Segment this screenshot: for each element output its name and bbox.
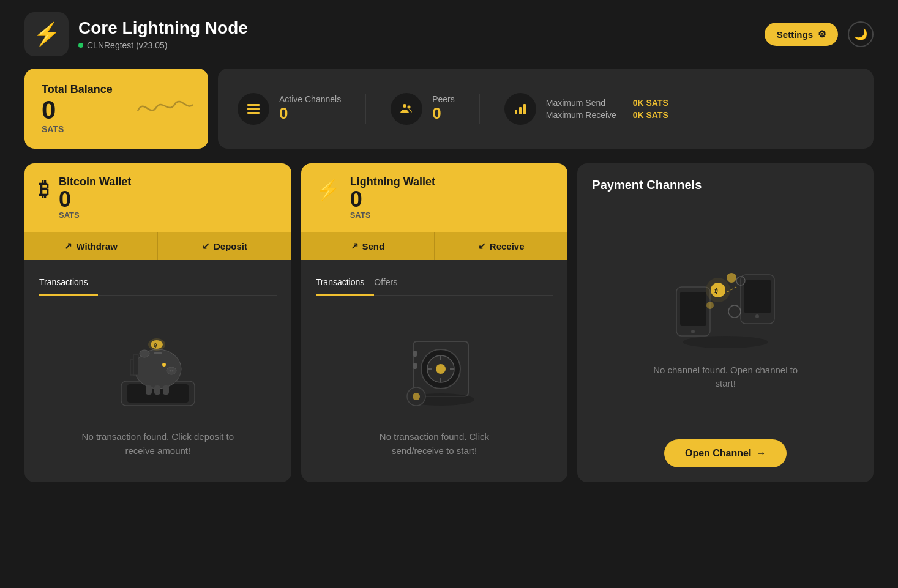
active-channels-label: Active Channels [279,94,341,104]
payment-channels-card: Payment Channels ₿ [577,163,874,482]
divider-2 [479,94,480,124]
svg-point-49 [728,305,741,318]
receive-button[interactable]: ↙ Receive [435,232,567,260]
bitcoin-icon: ₿ [39,178,49,201]
max-stats: Maximum Send 0K SATS Maximum Receive 0K … [504,93,668,125]
deposit-label: Deposit [214,241,247,251]
max-icon-circle [504,93,536,125]
channels-empty-state: ₿ No channel found. Open channel to star… [592,204,859,439]
svg-point-3 [403,104,406,108]
network-label: CLNRegtest (v23.05) [87,40,168,50]
logo-box: ⚡ [24,12,69,56]
settings-label: Settings [777,29,813,40]
max-send-value: 0K SATS [633,98,668,108]
tab-lightning-transactions[interactable]: Transactions [316,272,375,296]
svg-rect-17 [154,385,160,395]
svg-rect-5 [515,110,517,114]
active-channels-info: Active Channels 0 [279,94,341,123]
piggy-bank-illustration: ₿ [97,320,219,418]
settings-button[interactable]: Settings ⚙ [765,23,838,46]
total-balance-unit: SATS [42,124,191,134]
lightning-wallet-header: ⚡ Lightning Wallet 0 SATS [301,163,568,232]
svg-point-15 [171,370,173,372]
stats-right: Active Channels 0 Peers 0 [218,69,874,149]
lightning-wallet-icon: ⚡ [316,178,340,201]
app-title: Core Lightning Node [78,18,248,38]
peers-info: Peers 0 [432,94,455,123]
svg-rect-42 [744,280,771,313]
peers-icon-circle [391,93,422,125]
bitcoin-wallet-info: Bitcoin Wallet 0 SATS [59,176,131,220]
svg-rect-6 [519,107,522,114]
bitcoin-wallet-header: ₿ Bitcoin Wallet 0 SATS [24,163,291,232]
bitcoin-wallet-unit: SATS [59,210,131,220]
svg-point-40 [691,330,695,333]
lightning-empty-text: No transaction found. Click send/receive… [355,430,514,458]
lightning-wallet-name: Lightning Wallet [350,176,435,188]
lightning-wallet-info: Lightning Wallet 0 SATS [350,176,435,220]
tab-bitcoin-transactions[interactable]: Transactions [39,272,98,296]
svg-rect-34 [413,363,417,369]
moon-icon: 🌙 [854,28,867,41]
svg-point-4 [408,105,411,108]
lightning-bolt-icon: ⚡ [33,21,61,47]
svg-point-14 [169,370,171,372]
svg-point-28 [436,364,446,374]
theme-toggle-button[interactable]: 🌙 [848,21,874,47]
svg-rect-39 [680,292,706,326]
receive-icon: ↙ [478,240,486,251]
bitcoin-empty-state: ₿ No transaction found. Click deposit to… [39,308,277,470]
bitcoin-wallet-amount: 0 [59,188,131,210]
open-channel-button[interactable]: Open Channel → [664,439,787,467]
tab-lightning-offers[interactable]: Offers [374,272,407,296]
svg-point-12 [162,363,166,367]
bitcoin-wallet-card: ₿ Bitcoin Wallet 0 SATS ↗ Withdraw ↙ Dep… [24,163,291,482]
header: ⚡ Core Lightning Node CLNRegtest (v23.05… [0,0,898,69]
withdraw-icon: ↗ [64,240,72,251]
bitcoin-tabs: Transactions [39,272,277,296]
svg-rect-19 [154,352,162,354]
header-left: ⚡ Core Lightning Node CLNRegtest (v23.05… [24,12,248,56]
withdraw-label: Withdraw [76,241,117,251]
lightning-wallet-unit: SATS [350,210,435,220]
phone-transfer-illustration: ₿ [664,253,787,351]
svg-rect-18 [163,385,169,395]
peers-stat: Peers 0 [391,93,455,125]
svg-point-51 [683,336,768,348]
bitcoin-wallet-body: Transactions [24,260,291,482]
stats-bar: Total Balance 0 SATS Active Channels 0 [24,69,874,149]
svg-rect-0 [247,104,260,106]
svg-point-22 [148,338,165,351]
balance-wave [135,92,196,125]
max-receive-value: 0K SATS [633,110,668,120]
max-send-row: Maximum Send 0K SATS [546,98,668,108]
open-channel-arrow: → [756,448,766,459]
svg-rect-16 [146,385,152,395]
header-right: Settings ⚙ 🌙 [765,21,874,47]
svg-rect-33 [413,351,417,357]
svg-point-46 [727,273,736,283]
vault-illustration [373,320,496,418]
svg-rect-1 [247,108,260,110]
lightning-wallet-actions: ↗ Send ↙ Receive [301,232,568,260]
max-receive-label: Maximum Receive [546,110,626,120]
lightning-tabs: Transactions Offers [316,272,553,296]
active-channels-stat: Active Channels 0 [238,93,341,125]
status-dot [78,43,83,48]
deposit-icon: ↙ [202,240,210,251]
lightning-empty-state: No transaction found. Click send/receive… [316,308,553,470]
withdraw-button[interactable]: ↗ Withdraw [24,232,158,260]
svg-rect-24 [133,355,138,375]
deposit-button[interactable]: ↙ Deposit [158,232,291,260]
svg-point-13 [167,367,176,374]
bitcoin-empty-text: No transaction found. Click deposit to r… [78,430,238,458]
svg-rect-7 [523,104,526,114]
bitcoin-wallet-actions: ↗ Withdraw ↙ Deposit [24,232,291,260]
lightning-wallet-card: ⚡ Lightning Wallet 0 SATS ↗ Send ↙ Recei… [301,163,568,482]
max-receive-row: Maximum Receive 0K SATS [546,110,668,120]
svg-point-47 [706,302,714,309]
total-balance-card: Total Balance 0 SATS [24,69,208,149]
settings-icon: ⚙ [818,29,826,40]
channels-icon-circle [238,93,269,125]
send-button[interactable]: ↗ Send [301,232,435,260]
